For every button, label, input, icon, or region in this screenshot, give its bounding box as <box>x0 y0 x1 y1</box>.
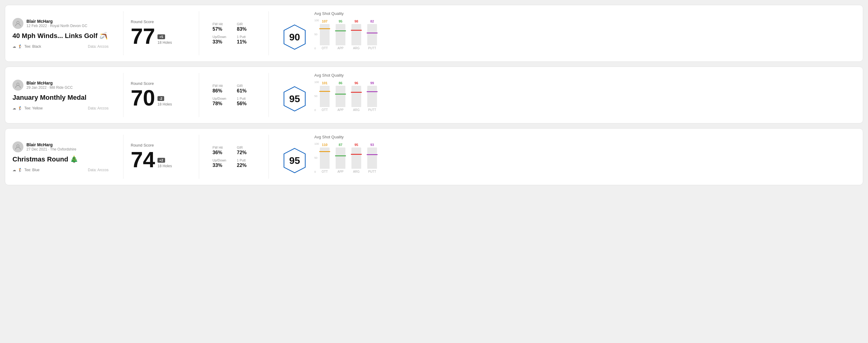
bar-col-app: 87 APP <box>336 143 345 173</box>
quality-label: Avg Shot Quality <box>314 135 344 139</box>
stat-gir: GIR 83% <box>237 22 255 32</box>
card-left: Blair McHarg 29 Jan 2022 · Mill Ride GCC… <box>12 80 116 110</box>
golf-icon: 🏌 <box>18 106 23 111</box>
bar-col-app: 86 APP <box>336 81 345 112</box>
divider-3 <box>269 135 269 179</box>
score-badge: +2 <box>157 158 165 163</box>
score-number: 77 <box>131 25 155 47</box>
fw-hit-label: FW Hit <box>213 146 231 149</box>
user-row: Blair McHarg 12 Feb 2022 · Royal North D… <box>12 18 108 29</box>
tee-label: Tee: Blue <box>24 168 39 172</box>
fw-hit-value: 57% <box>213 27 231 32</box>
oneputt-value: 11% <box>237 39 255 45</box>
gir-value: 61% <box>237 88 255 94</box>
card-score: Round Score 77 +5 18 Holes <box>131 20 191 47</box>
updown-value: 78% <box>213 101 231 106</box>
stats-grid: FW Hit 86% GIR 61% Up/Down 78% 1 Putt 56… <box>213 84 255 106</box>
updown-value: 33% <box>213 39 231 45</box>
hexagon-score: 90 <box>289 32 300 43</box>
score-holes: 18 Holes <box>157 164 172 168</box>
round-card: Blair McHarg 12 Feb 2022 · Royal North D… <box>5 5 863 62</box>
round-title: Christmas Round 🎄 <box>12 155 108 163</box>
stat-oneputt: 1 Putt 22% <box>237 158 255 168</box>
score-holes: 18 Holes <box>157 102 172 106</box>
tee-label: Tee: Yellow <box>24 106 42 111</box>
card-score: Round Score 70 -2 18 Holes <box>131 81 191 109</box>
score-label: Round Score <box>131 143 191 148</box>
golf-icon: 🏌 <box>18 168 23 172</box>
card-stats: FW Hit 86% GIR 61% Up/Down 78% 1 Putt 56… <box>207 84 261 106</box>
bar-col-putt: 93 PUTT <box>367 143 377 173</box>
oneputt-value: 56% <box>237 101 255 106</box>
stat-oneputt: 1 Putt 11% <box>237 35 255 45</box>
updown-label: Up/Down <box>213 158 231 162</box>
stat-updown: Up/Down 33% <box>213 35 231 45</box>
oneputt-label: 1 Putt <box>237 158 255 162</box>
data-source: Data: Arccos <box>88 44 108 49</box>
hexagon-score: 95 <box>289 155 300 166</box>
tee-info: ☁ 🏌 Tee: Yellow <box>12 106 42 111</box>
hexagon: 90 <box>281 23 308 51</box>
card-stats: FW Hit 57% GIR 83% Up/Down 33% 1 Putt 11… <box>207 22 261 45</box>
oneputt-value: 22% <box>237 163 255 168</box>
divider-2 <box>199 135 199 179</box>
gir-value: 83% <box>237 27 255 32</box>
bar-col-arg: 98 ARG <box>351 20 361 50</box>
bar-col-app: 95 APP <box>336 20 345 50</box>
user-info: Blair McHarg 29 Jan 2022 · Mill Ride GCC <box>26 81 73 90</box>
stat-gir: GIR 72% <box>237 146 255 155</box>
svg-point-0 <box>17 21 19 24</box>
score-main: 77 +5 18 Holes <box>131 25 191 47</box>
data-source: Data: Arccos <box>88 106 108 111</box>
score-badge-col: +5 18 Holes <box>157 34 172 45</box>
stat-updown: Up/Down 33% <box>213 158 231 168</box>
score-label: Round Score <box>131 20 191 24</box>
score-badge: +5 <box>157 34 165 39</box>
user-name: Blair McHarg <box>26 142 76 147</box>
score-holes: 18 Holes <box>157 40 172 45</box>
user-date: 12 Feb 2022 · Royal North Devon GC <box>26 24 87 28</box>
bar-col-arg: 96 ARG <box>351 81 361 112</box>
divider-1 <box>123 135 123 179</box>
user-row: Blair McHarg 29 Jan 2022 · Mill Ride GCC <box>12 80 108 91</box>
round-title: 40 Mph Winds... Links Golf 🪃 <box>12 32 108 40</box>
stat-fw-hit: FW Hit 57% <box>213 22 231 32</box>
round-card: Blair McHarg 29 Jan 2022 · Mill Ride GCC… <box>5 67 863 123</box>
footer-row: ☁ 🏌 Tee: Black Data: Arccos <box>12 44 108 49</box>
cloud-icon: ☁ <box>12 44 16 49</box>
gir-value: 72% <box>237 150 255 155</box>
updown-label: Up/Down <box>213 35 231 39</box>
hexagon: 95 <box>281 147 308 174</box>
divider-2 <box>199 73 199 117</box>
bar-col-ott: 107 OTT <box>320 20 330 50</box>
oneputt-label: 1 Putt <box>237 97 255 100</box>
score-label: Round Score <box>131 81 191 86</box>
stats-grid: FW Hit 36% GIR 72% Up/Down 33% 1 Putt 22… <box>213 146 255 168</box>
user-name: Blair McHarg <box>26 19 87 24</box>
avatar <box>12 80 23 91</box>
bar-col-putt: 82 PUTT <box>367 20 377 50</box>
card-quality: Avg Shot Quality 90 100 50 0 <box>276 11 856 55</box>
card-score: Round Score 74 +2 18 Holes <box>131 143 191 170</box>
score-main: 70 -2 18 Holes <box>131 87 191 109</box>
oneputt-label: 1 Putt <box>237 35 255 39</box>
user-row: Blair McHarg 27 Dec 2021 · The Oxfordshi… <box>12 142 108 152</box>
divider-1 <box>123 73 123 117</box>
score-badge-col: +2 18 Holes <box>157 158 172 168</box>
data-source: Data: Arccos <box>88 168 108 172</box>
bar-chart: 100 50 0 110 OTT 87 <box>314 142 377 179</box>
cloud-icon: ☁ <box>12 106 16 111</box>
golf-icon: 🏌 <box>18 44 23 49</box>
updown-label: Up/Down <box>213 97 231 100</box>
hexagon-score: 95 <box>289 93 300 104</box>
stat-gir: GIR 61% <box>237 84 255 94</box>
hexagon: 95 <box>281 85 308 113</box>
card-stats: FW Hit 36% GIR 72% Up/Down 33% 1 Putt 22… <box>207 146 261 168</box>
user-date: 29 Jan 2022 · Mill Ride GCC <box>26 86 73 90</box>
round-card: Blair McHarg 27 Dec 2021 · The Oxfordshi… <box>5 128 863 185</box>
score-number: 70 <box>131 87 155 109</box>
fw-hit-label: FW Hit <box>213 22 231 26</box>
card-quality: Avg Shot Quality 95 100 50 0 <box>276 73 856 117</box>
quality-label: Avg Shot Quality <box>314 11 344 16</box>
hexagon-container: Avg Shot Quality 95 100 50 0 <box>281 73 377 117</box>
